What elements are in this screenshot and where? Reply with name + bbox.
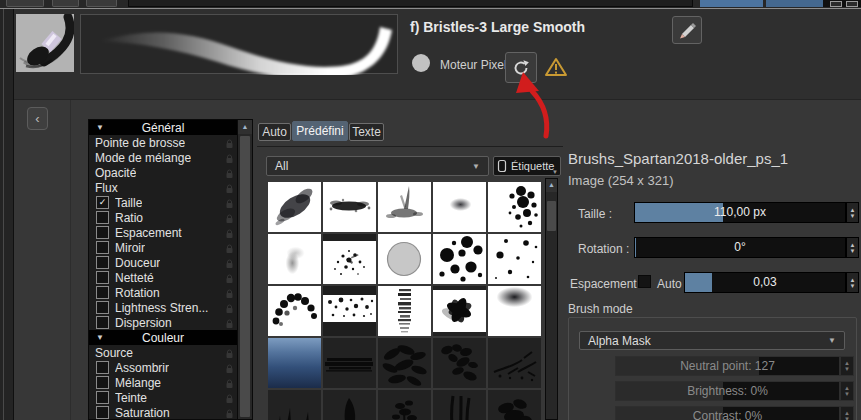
size-label: Taille : (578, 207, 612, 221)
preset-thumb-petal-cross[interactable] (433, 286, 486, 336)
option-row[interactable]: Assombrir (89, 360, 237, 375)
preset-thumb-dark-fronds[interactable] (433, 390, 486, 420)
preset-thumb-gray-circle[interactable] (378, 234, 431, 284)
option-row[interactable]: Dispersion (89, 315, 237, 330)
preset-thumb-dark-plant[interactable] (378, 390, 431, 420)
scroll-up-icon[interactable]: ▲ (546, 179, 557, 192)
preset-thumb-ink-splash[interactable] (378, 182, 431, 232)
preset-thumb-dot-arch[interactable] (268, 286, 321, 336)
option-checkbox[interactable] (96, 271, 109, 284)
option-row[interactable]: Source (89, 345, 237, 360)
option-row[interactable]: Miroir (89, 240, 237, 255)
grid-scrollbar[interactable]: ▲ (545, 178, 558, 420)
reload-brush-tip-button[interactable] (505, 52, 537, 83)
toolbar-mini-button[interactable] (830, 1, 842, 7)
lock-icon (225, 363, 234, 373)
collapse-left-button[interactable]: ‹ (27, 107, 48, 130)
option-checkbox[interactable] (96, 226, 109, 239)
preset-thumb-faded-figure[interactable] (268, 234, 321, 284)
tab-separator (257, 146, 563, 147)
preset-thumb-selected-blue-gradient[interactable] (268, 338, 321, 388)
tab-texte[interactable]: Texte (349, 123, 384, 141)
toolbar-field[interactable] (128, 0, 693, 7)
option-label: Mode de mélange (95, 151, 191, 165)
preset-thumb-large-dots[interactable] (433, 234, 486, 284)
brush-mode-dropdown[interactable]: Alpha Mask ▼ (579, 331, 845, 350)
scrollbar-thumb[interactable] (547, 201, 556, 231)
option-row[interactable]: Mélange (89, 375, 237, 390)
toolbar-gradient-swatch[interactable] (766, 0, 823, 7)
option-checkbox[interactable] (96, 286, 109, 299)
preset-thumb-dark-leaves[interactable] (378, 338, 431, 388)
tab-auto[interactable]: Auto (258, 123, 291, 141)
tag-button[interactable]: Étiquette ▼ (493, 156, 561, 176)
option-section-header[interactable]: ▼Général (89, 120, 237, 135)
preset-thumb-splatter-band[interactable] (323, 182, 376, 232)
preset-thumb-dot-cluster[interactable] (488, 182, 541, 232)
brush-engine-label: Moteur Pixel (440, 58, 507, 72)
edit-preset-button[interactable] (672, 16, 702, 44)
toolbar-mini-button[interactable] (846, 1, 858, 7)
lock-icon (225, 258, 234, 268)
option-label: Ratio (115, 211, 143, 225)
option-checkbox[interactable] (96, 256, 109, 269)
option-checkbox[interactable] (96, 301, 109, 314)
option-checkbox[interactable] (96, 391, 109, 404)
scroll-up-icon[interactable]: ▲ (238, 120, 252, 134)
rotation-slider[interactable]: 0° (634, 237, 846, 258)
rotation-spinner[interactable]: ▲▼ (846, 237, 859, 258)
preset-thumb-dark-twigs[interactable] (488, 338, 541, 388)
spacing-auto-checkbox[interactable] (638, 275, 651, 288)
toolbar-gradient-swatch[interactable] (700, 0, 763, 7)
option-row[interactable]: Espacement (89, 225, 237, 240)
option-label: Miroir (115, 241, 145, 255)
spacing-spinner[interactable]: ▲▼ (846, 272, 859, 293)
size-spinner[interactable]: ▲▼ (846, 202, 859, 223)
preset-thumb-soft-cloud[interactable] (433, 182, 486, 232)
option-row[interactable]: Saturation (89, 405, 237, 420)
preset-thumb-dark-foliage[interactable] (488, 390, 541, 420)
option-checkbox[interactable] (96, 376, 109, 389)
option-label: Netteté (115, 271, 154, 285)
option-row[interactable]: Opacité (89, 165, 237, 180)
preset-thumb-dark-leaf[interactable] (323, 390, 376, 420)
tab-predefini[interactable]: Prédéfini (292, 121, 348, 141)
options-scrollbar[interactable]: ▲ (237, 120, 252, 419)
option-checkbox[interactable] (96, 241, 109, 254)
preset-thumb-fine-splatter[interactable] (323, 234, 376, 284)
option-row[interactable]: Netteté (89, 270, 237, 285)
lock-icon (225, 213, 234, 223)
option-row[interactable]: Teinte (89, 390, 237, 405)
option-checkbox[interactable] (96, 406, 109, 419)
preset-thumb-grunge-smudge[interactable] (268, 182, 321, 232)
toolbar-button[interactable] (52, 0, 79, 7)
toolbar-brush-preset-button[interactable] (6, 0, 44, 7)
spacing-slider[interactable]: 0,03 (684, 272, 846, 293)
option-row[interactable]: Flux (89, 180, 237, 195)
preset-thumb-spray-band[interactable] (323, 286, 376, 336)
toolbar-button[interactable] (86, 0, 117, 7)
option-row[interactable]: ✓Taille (89, 195, 237, 210)
option-row[interactable]: Mode de mélange (89, 150, 237, 165)
option-row[interactable]: Pointe de brosse (89, 135, 237, 150)
option-row[interactable]: Ratio (89, 210, 237, 225)
option-checkbox[interactable] (96, 211, 109, 224)
option-label: Mélange (115, 376, 161, 390)
preset-thumb-dry-brush-stripe[interactable] (378, 286, 431, 336)
preset-thumb-soft-fan[interactable] (488, 286, 541, 336)
lock-icon (225, 303, 234, 313)
scrollbar-thumb[interactable] (240, 136, 250, 417)
option-checkbox[interactable]: ✓ (96, 196, 109, 209)
option-row[interactable]: Douceur (89, 255, 237, 270)
option-section-header[interactable]: ▼Couleur (89, 330, 237, 345)
option-row[interactable]: Rotation (89, 285, 237, 300)
option-checkbox[interactable] (96, 316, 109, 329)
option-checkbox[interactable] (96, 361, 109, 374)
preset-thumb-dark-leaf-cluster[interactable] (433, 338, 486, 388)
size-slider[interactable]: 110,00 px (634, 202, 846, 223)
preset-thumb-sparse-dots[interactable] (488, 234, 541, 284)
brush-filter-dropdown[interactable]: All ▼ (266, 156, 489, 176)
preset-thumb-dark-streak[interactable] (323, 338, 376, 388)
option-row[interactable]: Lightness Stren... (89, 300, 237, 315)
preset-thumb-dark-grass[interactable] (268, 390, 321, 420)
